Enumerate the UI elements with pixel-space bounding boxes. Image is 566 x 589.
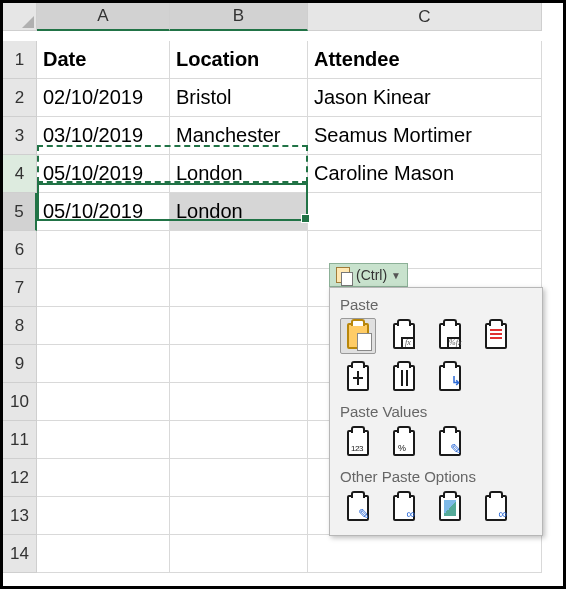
cell-A1[interactable]: Date — [37, 41, 170, 79]
cell-C14[interactable] — [308, 535, 542, 573]
row-header-10[interactable]: 10 — [3, 383, 37, 421]
cell-B7[interactable] — [170, 269, 308, 307]
paste-formulas-icon[interactable]: fx — [386, 318, 422, 354]
cell-C1[interactable]: Attendee — [308, 41, 542, 79]
cell-A8[interactable] — [37, 307, 170, 345]
cell-B14[interactable] — [170, 535, 308, 573]
cell-B5[interactable]: London — [170, 193, 308, 231]
other-paste-section-label: Other Paste Options — [334, 464, 538, 487]
row-header-13[interactable]: 13 — [3, 497, 37, 535]
col-header-B[interactable]: B — [170, 3, 308, 31]
row-header-11[interactable]: 11 — [3, 421, 37, 459]
cell-B2[interactable]: Bristol — [170, 79, 308, 117]
chevron-down-icon: ▼ — [391, 270, 401, 281]
paste-values-source-formatting-icon[interactable]: ✎ — [432, 425, 468, 461]
clipboard-icon — [336, 267, 350, 283]
paste-values-section-label: Paste Values — [334, 399, 538, 422]
select-all-corner[interactable] — [3, 3, 37, 31]
cell-A12[interactable] — [37, 459, 170, 497]
cell-B1[interactable]: Location — [170, 41, 308, 79]
paste-all-icon[interactable] — [340, 318, 376, 354]
cell-B12[interactable] — [170, 459, 308, 497]
row-header-5[interactable]: 5 — [3, 193, 37, 231]
cell-B4[interactable]: London — [170, 155, 308, 193]
paste-link-icon[interactable]: ∞ — [386, 490, 422, 526]
cell-A14[interactable] — [37, 535, 170, 573]
col-header-C[interactable]: C — [308, 3, 542, 31]
row-header-2[interactable]: 2 — [3, 79, 37, 117]
row-header-14[interactable]: 14 — [3, 535, 37, 573]
cell-B11[interactable] — [170, 421, 308, 459]
row-header-4[interactable]: 4 — [3, 155, 37, 193]
cell-B9[interactable] — [170, 345, 308, 383]
paste-formulas-number-formatting-icon[interactable]: %fx — [432, 318, 468, 354]
cell-C2[interactable]: Jason Kinear — [308, 79, 542, 117]
cell-A11[interactable] — [37, 421, 170, 459]
cell-B8[interactable] — [170, 307, 308, 345]
cell-A5[interactable]: 05/10/2019 — [37, 193, 170, 231]
cell-B6[interactable] — [170, 231, 308, 269]
paste-picture-icon[interactable] — [432, 490, 468, 526]
paste-linked-picture-icon[interactable]: ∞ — [478, 490, 514, 526]
paste-values-number-formatting-icon[interactable]: % — [386, 425, 422, 461]
row-header-3[interactable]: 3 — [3, 117, 37, 155]
cell-A10[interactable] — [37, 383, 170, 421]
row-header-1[interactable]: 1 — [3, 41, 37, 79]
cell-C4[interactable]: Caroline Mason — [308, 155, 542, 193]
cell-C5[interactable] — [308, 193, 542, 231]
paste-values-icon[interactable]: 123 — [340, 425, 376, 461]
row-header-7[interactable]: 7 — [3, 269, 37, 307]
paste-no-borders-icon[interactable] — [340, 360, 376, 396]
col-header-A[interactable]: A — [37, 3, 170, 31]
paste-transpose-icon[interactable]: ↳ — [432, 360, 468, 396]
cell-A9[interactable] — [37, 345, 170, 383]
cell-A2[interactable]: 02/10/2019 — [37, 79, 170, 117]
row-header-6[interactable]: 6 — [3, 231, 37, 269]
paste-options-popup: Paste fx %fx ↳ Paste Values 123 % ✎ Othe… — [329, 287, 543, 536]
cell-A7[interactable] — [37, 269, 170, 307]
cell-A13[interactable] — [37, 497, 170, 535]
cell-B3[interactable]: Manchester — [170, 117, 308, 155]
paste-section-label: Paste — [334, 292, 538, 315]
cell-A4[interactable]: 05/10/2019 — [37, 155, 170, 193]
row-header-8[interactable]: 8 — [3, 307, 37, 345]
cell-B13[interactable] — [170, 497, 308, 535]
cell-A3[interactable]: 03/10/2019 — [37, 117, 170, 155]
paste-formatting-icon[interactable]: ✎ — [340, 490, 376, 526]
cell-B10[interactable] — [170, 383, 308, 421]
ctrl-label: (Ctrl) — [356, 267, 387, 283]
paste-options-button[interactable]: (Ctrl) ▼ — [329, 263, 408, 287]
cell-A6[interactable] — [37, 231, 170, 269]
paste-keep-column-widths-icon[interactable] — [386, 360, 422, 396]
paste-keep-source-formatting-icon[interactable] — [478, 318, 514, 354]
cell-C3[interactable]: Seamus Mortimer — [308, 117, 542, 155]
row-header-9[interactable]: 9 — [3, 345, 37, 383]
row-header-12[interactable]: 12 — [3, 459, 37, 497]
